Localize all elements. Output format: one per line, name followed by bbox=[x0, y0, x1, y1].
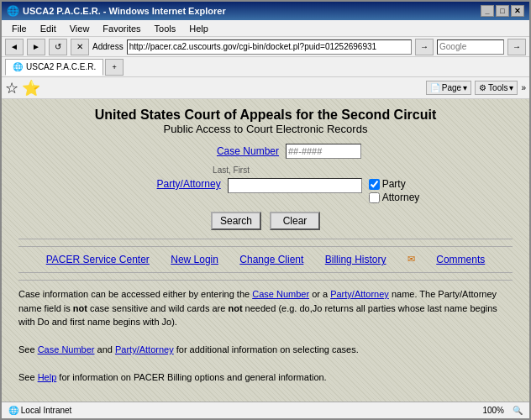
new-login-link[interactable]: New Login bbox=[171, 254, 218, 265]
address-input[interactable] bbox=[127, 39, 412, 55]
menu-edit[interactable]: Edit bbox=[34, 22, 63, 35]
menu-file[interactable]: File bbox=[5, 22, 34, 35]
title-bar: 🌐 USCA2 P.A.C.E.R. - Windows Internet Ex… bbox=[2, 2, 529, 20]
search-button[interactable]: Search bbox=[211, 212, 261, 230]
help-link[interactable]: Help bbox=[38, 372, 57, 382]
status-right: 100% 🔍 bbox=[482, 406, 523, 415]
case-number-info-link[interactable]: Case Number bbox=[252, 289, 309, 299]
toolbar-right: 📄 Page ▾ ⚙ Tools ▾ » bbox=[426, 81, 526, 95]
tools-icon: ⚙ bbox=[479, 83, 486, 92]
page-icon: 📄 bbox=[430, 83, 440, 92]
pacer-service-link[interactable]: PACER Service Center bbox=[46, 254, 150, 265]
menu-bar: File Edit View Favorites Tools Help bbox=[2, 20, 529, 37]
party-checkbox[interactable] bbox=[369, 179, 380, 190]
party-attorney-info-link-2[interactable]: Party/Attorney bbox=[115, 344, 174, 354]
status-bar: 🌐 Local Intranet 100% 🔍 bbox=[2, 402, 529, 418]
pacer-subtitle: Public Access to Court Electronic Record… bbox=[18, 123, 513, 135]
title-bar-buttons: _ □ ✕ bbox=[481, 5, 524, 17]
info-para-3: See Help for information on PACER Billin… bbox=[18, 370, 513, 385]
party-attorney-input[interactable] bbox=[228, 178, 362, 193]
ie-icon: 🌐 bbox=[7, 5, 19, 17]
ie-toolbar: ☆ ⭐ 📄 Page ▾ ⚙ Tools ▾ » bbox=[2, 77, 529, 99]
clear-button[interactable]: Clear bbox=[270, 212, 320, 230]
title-bar-left: 🌐 USCA2 P.A.C.E.R. - Windows Internet Ex… bbox=[7, 5, 226, 17]
case-number-info-link-2[interactable]: Case Number bbox=[38, 344, 95, 354]
tools-button[interactable]: ⚙ Tools ▾ bbox=[475, 81, 518, 95]
checkbox-group: Party Attorney bbox=[369, 178, 420, 203]
search-form: Case Number Last, First Party/Attorney P… bbox=[68, 144, 463, 230]
party-attorney-row: Party/Attorney Party Attorney bbox=[68, 178, 463, 203]
forward-button[interactable]: ► bbox=[27, 39, 45, 55]
minimize-button[interactable]: _ bbox=[481, 5, 494, 17]
page-dropdown-icon: ▾ bbox=[463, 83, 467, 92]
menu-tools[interactable]: Tools bbox=[148, 22, 183, 35]
tab-label: USCA2 P.A.C.E.R. bbox=[26, 62, 96, 71]
info-section: Case information can be accessed either … bbox=[18, 287, 513, 385]
toolbar-expand-icon[interactable]: » bbox=[521, 83, 526, 92]
last-first-sublabel: Last, First bbox=[140, 165, 250, 175]
tools-dropdown-icon: ▾ bbox=[509, 83, 513, 92]
menu-view[interactable]: View bbox=[63, 22, 97, 35]
comments-link[interactable]: Comments bbox=[436, 254, 485, 265]
tab-icon: 🌐 bbox=[13, 62, 23, 71]
go-button[interactable]: → bbox=[415, 39, 434, 55]
maximize-button[interactable]: □ bbox=[496, 5, 509, 17]
menu-help[interactable]: Help bbox=[182, 22, 215, 35]
party-attorney-label[interactable]: Party/Attorney bbox=[112, 178, 221, 190]
case-number-label[interactable]: Case Number bbox=[170, 145, 279, 157]
search-go-button[interactable]: → bbox=[507, 39, 526, 55]
address-label: Address bbox=[92, 42, 124, 51]
tab-bar: 🌐 USCA2 P.A.C.E.R. + bbox=[2, 57, 529, 77]
status-left: 🌐 Local Intranet bbox=[8, 406, 71, 415]
divider-1 bbox=[18, 239, 513, 239]
nav-links: PACER Service Center New Login Change Cl… bbox=[18, 246, 513, 273]
stop-button[interactable]: ✕ bbox=[71, 39, 89, 55]
content-area: United States Court of Appeals for the S… bbox=[2, 99, 529, 402]
favorites-star-icon[interactable]: ☆ bbox=[5, 79, 18, 97]
email-envelope-icon: ✉ bbox=[407, 254, 415, 265]
case-number-row: Case Number bbox=[68, 144, 463, 159]
add-favorites-icon[interactable]: ⭐ bbox=[22, 79, 40, 97]
page-title: United States Court of Appeals for the S… bbox=[18, 108, 513, 135]
party-attorney-info-link[interactable]: Party/Attorney bbox=[330, 289, 389, 299]
attorney-checkbox[interactable] bbox=[369, 192, 380, 203]
form-buttons: Search Clear bbox=[68, 212, 463, 230]
status-text: Local Intranet bbox=[21, 406, 72, 415]
globe-icon: 🌐 bbox=[8, 406, 18, 415]
zoom-level[interactable]: 100% bbox=[482, 406, 504, 415]
search-input[interactable] bbox=[437, 39, 504, 55]
info-para-1: Case information can be accessed either … bbox=[18, 287, 513, 329]
info-para-2: See Case Number and Party/Attorney for a… bbox=[18, 343, 513, 357]
menu-favorites[interactable]: Favorites bbox=[96, 22, 147, 35]
divider-2 bbox=[18, 280, 513, 281]
close-button[interactable]: ✕ bbox=[511, 5, 524, 17]
address-bar: ◄ ► ↺ ✕ Address → → bbox=[2, 37, 529, 57]
not-1: not bbox=[73, 303, 87, 313]
party-checkbox-label[interactable]: Party bbox=[369, 178, 420, 190]
new-tab-button[interactable]: + bbox=[105, 59, 124, 76]
court-title: United States Court of Appeals for the S… bbox=[18, 108, 513, 123]
back-button[interactable]: ◄ bbox=[5, 39, 24, 55]
not-2: not bbox=[228, 303, 242, 313]
billing-history-link[interactable]: Billing History bbox=[325, 254, 386, 265]
attorney-checkbox-label[interactable]: Attorney bbox=[369, 192, 420, 203]
toolbar-left: ☆ ⭐ bbox=[5, 79, 40, 97]
refresh-button[interactable]: ↺ bbox=[49, 39, 67, 55]
case-number-input[interactable] bbox=[286, 144, 361, 159]
window-title: USCA2 P.A.C.E.R. - Windows Internet Expl… bbox=[23, 6, 226, 16]
change-client-link[interactable]: Change Client bbox=[239, 254, 303, 265]
zoom-icon: 🔍 bbox=[513, 406, 523, 415]
tab-pacer[interactable]: 🌐 USCA2 P.A.C.E.R. bbox=[5, 59, 103, 76]
spacer bbox=[256, 165, 391, 175]
browser-window: 🌐 USCA2 P.A.C.E.R. - Windows Internet Ex… bbox=[0, 0, 531, 420]
page-button[interactable]: 📄 Page ▾ bbox=[426, 81, 471, 95]
